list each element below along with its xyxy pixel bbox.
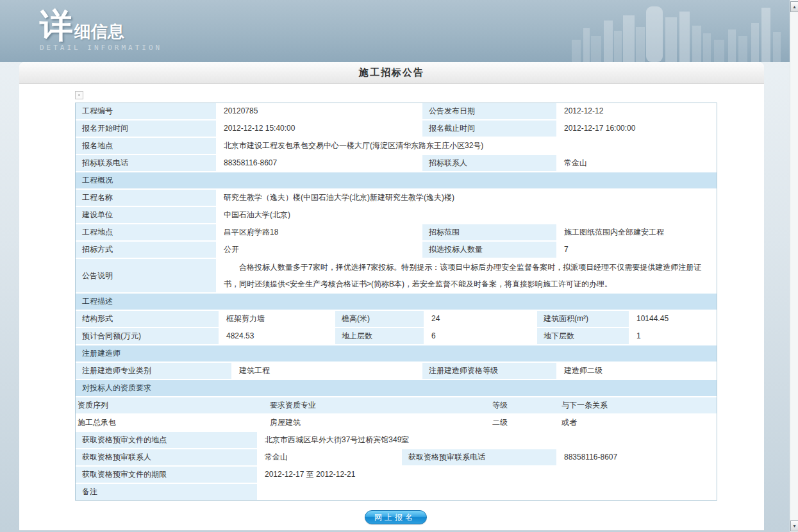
signup-place-value: 北京市建设工程发包承包交易中心一楼大厅(海淀区清华东路东王庄小区32号) (217, 138, 717, 154)
details-table: 工程编号 20120785 公告发布日期 2012-12-12 报名开始时间 2… (75, 103, 717, 501)
signup-start-label: 报名开始时间 (76, 121, 216, 137)
structure-type-label: 结构形式 (76, 311, 219, 327)
builder-grade-label: 注册建造师资格等级 (422, 363, 556, 379)
section-builder: 注册建造师 (76, 345, 717, 362)
signup-end-value: 2012-12-17 16:00:00 (558, 121, 717, 137)
qual-header-grade: 等级 (492, 397, 508, 413)
broken-image-placeholder (75, 91, 83, 99)
bid-phone-label: 招标联系电话 (76, 155, 216, 171)
signup-place-label: 报名地点 (76, 138, 216, 154)
logo-subtitle: DETAIL INFORMATION (40, 44, 162, 52)
announce-note-value: 合格投标人数量多于7家时，择优选择7家投标。特别提示：该项目中标后办理安全监督备… (217, 259, 717, 292)
title-bar: 施工招标公告 (19, 62, 764, 84)
floors-above-value: 6 (425, 328, 536, 344)
table-row: 对投标人的资质要求 (76, 380, 717, 396)
qualification-data-row: 施工总承包 房屋建筑 二级 或者 (76, 415, 717, 431)
bid-method-value: 公开 (217, 242, 421, 258)
floors-above-label: 地上层数 (335, 328, 424, 344)
site-logo: 详 细信息 DETAIL INFORMATION (40, 10, 162, 52)
qual-major-value: 房屋建筑 (270, 415, 301, 431)
logo-text: 细信息 (74, 22, 124, 41)
qual-header-major: 要求资质专业 (270, 397, 316, 413)
remark-label: 备注 (76, 484, 257, 500)
scroll-down-button[interactable]: ▼ (790, 520, 798, 531)
build-area-value: 10144.45 (630, 311, 717, 327)
logo-big-char: 详 (40, 10, 73, 41)
table-row: 工程编号 20120785 公告发布日期 2012-12-12 (76, 103, 717, 119)
prequal-phone-label: 获取资格预审联系电话 (402, 449, 556, 465)
vertical-scrollbar[interactable]: ▲ ▼ (790, 0, 798, 532)
project-place-value: 昌平区府学路18 (217, 224, 421, 240)
qual-header-series: 资质序列 (78, 397, 108, 413)
table-row: 公告说明 合格投标人数量多于7家时，择优选择7家投标。特别提示：该项目中标后办理… (76, 259, 717, 292)
bid-contact-label: 招标联系人 (422, 155, 556, 171)
prequal-phone-value: 88358116-8607 (558, 449, 717, 465)
bid-contact-value: 常金山 (558, 155, 717, 171)
builder-grade-value: 建造师二级 (558, 363, 717, 379)
bidder-count-value: 7 (558, 242, 717, 258)
table-row: 招标联系电话 88358116-8607 招标联系人 常金山 (76, 155, 717, 171)
announce-date-value: 2012-12-12 (558, 103, 717, 119)
table-row: 注册建造师 (76, 345, 717, 362)
signup-start-value: 2012-12-12 15:40:00 (217, 121, 421, 137)
table-row: 资质序列 要求资质专业 等级 与下一条关系 (76, 397, 717, 413)
table-row: 工程描述 (76, 294, 717, 310)
qualification-header-row: 资质序列 要求资质专业 等级 与下一条关系 (76, 397, 717, 413)
table-row: 工程概况 (76, 172, 717, 188)
floors-below-value: 1 (630, 328, 717, 344)
project-name-value: 研究生教学（逸夫）楼(中国石油大学(北京)新建研究生教学(逸夫)楼) (217, 190, 717, 206)
button-bar: 网上报名 (75, 510, 716, 524)
detail-panel: 施工招标公告 工程编号 20120785 公告发布日期 2012-12-12 报… (19, 62, 764, 531)
table-row: 报名开始时间 2012-12-12 15:40:00 报名截止时间 2012-1… (76, 121, 717, 137)
bidder-count-label: 拟选投标人数量 (422, 242, 556, 258)
page-title: 施工招标公告 (359, 67, 424, 79)
builder-major-value: 建筑工程 (233, 363, 421, 379)
eave-height-value: 24 (425, 311, 536, 327)
build-unit-value: 中国石油大学(北京) (217, 207, 717, 223)
prequal-contact-value: 常金山 (258, 449, 401, 465)
qual-header-relation: 与下一条关系 (561, 397, 608, 413)
structure-type-value: 框架剪力墙 (220, 311, 334, 327)
section-overview: 工程概况 (76, 172, 717, 188)
table-row: 建设单位 中国石油大学(北京) (76, 207, 717, 223)
prequal-period-value: 2012-12-17 至 2012-12-21 (258, 467, 717, 483)
broken-image-dot (78, 94, 80, 96)
project-name-label: 工程名称 (76, 190, 216, 206)
prequal-contact-label: 获取资格预审联系人 (76, 449, 257, 465)
scroll-up-icon: ▲ (792, 4, 797, 9)
build-area-label: 建筑面积(m²) (537, 311, 629, 327)
prequal-period-label: 获取资格预审文件的期限 (76, 467, 257, 483)
build-unit-label: 建设单位 (76, 207, 216, 223)
content-area: 工程编号 20120785 公告发布日期 2012-12-12 报名开始时间 2… (19, 84, 764, 524)
page-banner: 详 细信息 DETAIL INFORMATION (0, 0, 790, 62)
qual-relation-value: 或者 (561, 415, 577, 431)
table-row: 注册建造师专业类别 建筑工程 注册建造师资格等级 建造师二级 (76, 363, 717, 379)
eave-height-label: 檐高(米) (335, 311, 424, 327)
project-no-label: 工程编号 (76, 103, 216, 119)
table-row: 结构形式 框架剪力墙 檐高(米) 24 建筑面积(m²) 10144.45 (76, 311, 717, 327)
project-no-value: 20120785 (217, 103, 421, 119)
prequal-place-value: 北京市西城区阜外大街37号过桥宾馆349室 (258, 432, 717, 448)
table-row: 报名地点 北京市建设工程发包承包交易中心一楼大厅(海淀区清华东路东王庄小区32号… (76, 138, 717, 154)
table-row: 工程名称 研究生教学（逸夫）楼(中国石油大学(北京)新建研究生教学(逸夫)楼) (76, 190, 717, 206)
floors-below-label: 地下层数 (537, 328, 629, 344)
table-row: 获取资格预审文件的期限 2012-12-17 至 2012-12-21 (76, 467, 717, 483)
announce-note-label: 公告说明 (76, 259, 216, 292)
table-row: 获取资格预审文件的地点 北京市西城区阜外大街37号过桥宾馆349室 (76, 432, 717, 448)
scroll-up-button[interactable]: ▲ (790, 1, 798, 12)
section-qualification: 对投标人的资质要求 (76, 380, 717, 396)
section-description: 工程描述 (76, 294, 717, 310)
contract-amount-label: 预计合同额(万元) (76, 328, 219, 344)
table-row: 工程地点 昌平区府学路18 招标范围 施工图纸范围内全部建安工程 (76, 224, 717, 240)
announce-date-label: 公告发布日期 (422, 103, 556, 119)
project-place-label: 工程地点 (76, 224, 216, 240)
city-skyline-graphic (572, 0, 783, 62)
signup-end-label: 报名截止时间 (422, 121, 556, 137)
contract-amount-value: 4824.53 (220, 328, 334, 344)
online-signup-button[interactable]: 网上报名 (365, 510, 427, 524)
prequal-place-label: 获取资格预审文件的地点 (76, 432, 257, 448)
table-row: 施工总承包 房屋建筑 二级 或者 (76, 415, 717, 431)
table-row: 预计合同额(万元) 4824.53 地上层数 6 地下层数 1 (76, 328, 717, 344)
qual-grade-value: 二级 (492, 415, 508, 431)
bid-method-label: 招标方式 (76, 242, 216, 258)
